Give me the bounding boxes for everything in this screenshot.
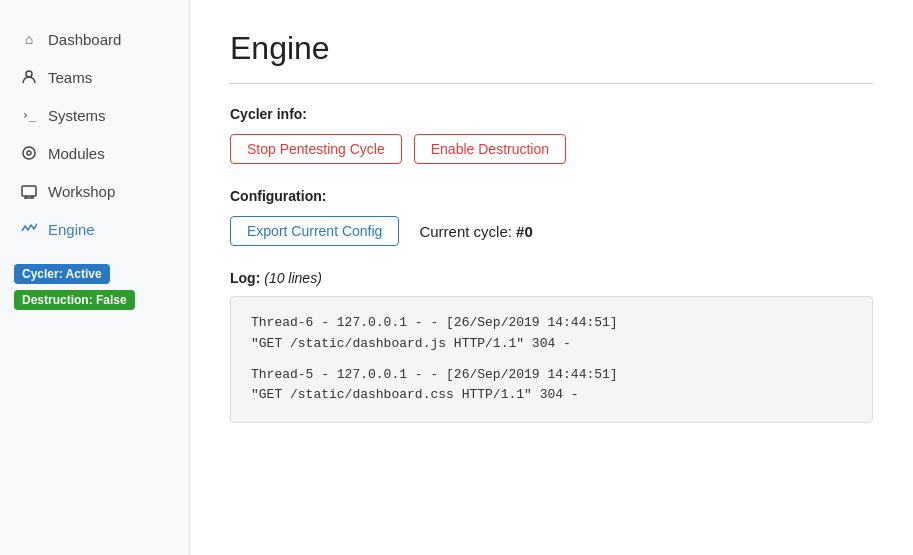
sidebar-badges: Cycler: Active Destruction: False xyxy=(0,264,189,310)
current-cycle-text: Current cycle: #0 xyxy=(419,223,532,240)
sidebar-item-label: Dashboard xyxy=(48,31,121,48)
engine-icon xyxy=(20,220,38,238)
main-content: Engine Cycler info: Stop Pentesting Cycl… xyxy=(190,0,913,555)
teams-icon xyxy=(20,68,38,86)
log-box: Thread-6 - 127.0.0.1 - - [26/Sep/2019 14… xyxy=(230,296,873,423)
cycler-buttons: Stop Pentesting Cycle Enable Destruction xyxy=(230,134,873,164)
workshop-icon xyxy=(20,182,38,200)
sidebar-item-engine[interactable]: Engine xyxy=(0,210,189,248)
svg-point-2 xyxy=(27,151,31,155)
log-lines-note: (10 lines) xyxy=(264,270,322,286)
sidebar: ⌂ Dashboard Teams ›_ Systems Modules xyxy=(0,0,190,555)
config-section: Configuration: Export Current Config Cur… xyxy=(230,188,873,246)
sidebar-item-workshop[interactable]: Workshop xyxy=(0,172,189,210)
log-entry-1: Thread-5 - 127.0.0.1 - - [26/Sep/2019 14… xyxy=(251,365,852,407)
systems-icon: ›_ xyxy=(20,106,38,124)
dashboard-icon: ⌂ xyxy=(20,30,38,48)
modules-icon xyxy=(20,144,38,162)
sidebar-item-label: Workshop xyxy=(48,183,115,200)
log-section: Log: (10 lines) Thread-6 - 127.0.0.1 - -… xyxy=(230,270,873,423)
export-config-button[interactable]: Export Current Config xyxy=(230,216,399,246)
title-divider xyxy=(230,83,873,84)
sidebar-item-systems[interactable]: ›_ Systems xyxy=(0,96,189,134)
sidebar-item-teams[interactable]: Teams xyxy=(0,58,189,96)
enable-destruction-button[interactable]: Enable Destruction xyxy=(414,134,566,164)
svg-point-1 xyxy=(23,147,35,159)
sidebar-item-label: Engine xyxy=(48,221,95,238)
stop-cycle-button[interactable]: Stop Pentesting Cycle xyxy=(230,134,402,164)
config-label: Configuration: xyxy=(230,188,873,204)
sidebar-item-label: Systems xyxy=(48,107,106,124)
cycler-badge: Cycler: Active xyxy=(14,264,110,284)
log-entry-0: Thread-6 - 127.0.0.1 - - [26/Sep/2019 14… xyxy=(251,313,852,355)
sidebar-item-modules[interactable]: Modules xyxy=(0,134,189,172)
page-title: Engine xyxy=(230,30,873,67)
config-row: Export Current Config Current cycle: #0 xyxy=(230,216,873,246)
sidebar-item-label: Teams xyxy=(48,69,92,86)
cycle-value: #0 xyxy=(516,223,533,240)
sidebar-item-dashboard[interactable]: ⌂ Dashboard xyxy=(0,20,189,58)
cycler-label: Cycler info: xyxy=(230,106,873,122)
destruction-badge: Destruction: False xyxy=(14,290,135,310)
svg-rect-3 xyxy=(22,186,36,196)
cycler-section: Cycler info: Stop Pentesting Cycle Enabl… xyxy=(230,106,873,164)
log-label: Log: (10 lines) xyxy=(230,270,873,286)
svg-point-0 xyxy=(26,71,32,77)
sidebar-item-label: Modules xyxy=(48,145,105,162)
